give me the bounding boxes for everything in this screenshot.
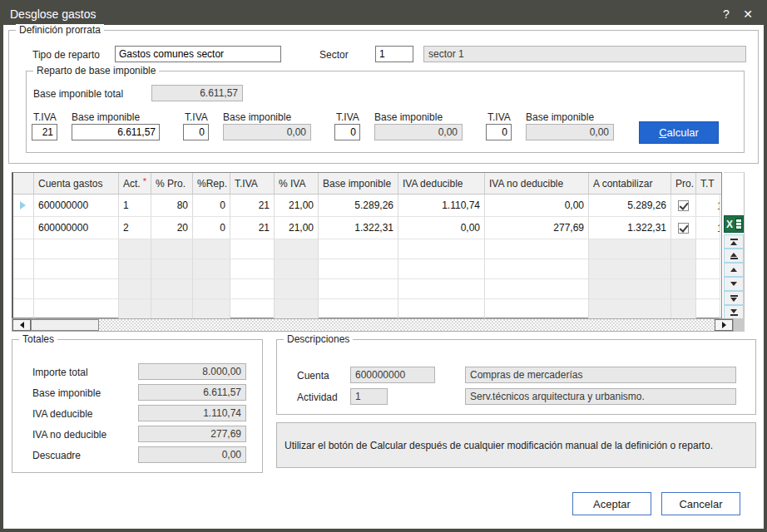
cell-tt[interactable]: 1 xyxy=(696,195,720,217)
cell-tiva[interactable]: 21 xyxy=(230,195,275,217)
descuadre-field: 0,00 xyxy=(138,446,246,463)
group-reparto-legend: Reparto de base imponible xyxy=(33,65,159,76)
iva-deducible-field: 1.110,74 xyxy=(138,405,246,421)
cell-pct-pro[interactable]: 80 xyxy=(151,195,193,217)
grid-header-row: Cuenta gastos Act.* % Pro. %Rep. T.IVA %… xyxy=(13,173,721,195)
last-record-icon xyxy=(730,309,737,313)
tiva-label: T.IVA xyxy=(185,111,208,123)
total-row-importe-total: Importe total 8.000,00 xyxy=(12,363,262,382)
cell-a-contabilizar[interactable]: 1.322,31 xyxy=(589,217,671,239)
tt-clipped-value: 1 xyxy=(717,223,720,233)
total-row-descuadre: Descuadre 0,00 xyxy=(12,446,262,465)
first-record-icon xyxy=(730,239,738,240)
row-selector-cell[interactable] xyxy=(13,217,34,239)
dialog-window: Desglose gastos ? ✕ Definición prorrata … xyxy=(0,0,767,532)
sector-name-field: sector 1 xyxy=(423,46,746,62)
base-imponible-label: Base imponible xyxy=(72,111,140,123)
tipo-reparto-label: Tipo de reparto xyxy=(32,49,100,61)
group-reparto-base-imponible: Reparto de base imponible Base imponible… xyxy=(26,71,745,153)
next-page-icon xyxy=(730,298,737,302)
base-imponible-label: Base imponible xyxy=(374,111,443,123)
cell-iva-deducible[interactable]: 1.110,74 xyxy=(398,195,485,217)
base-imponible-label: Base imponible xyxy=(223,111,291,123)
calcular-hint-note: Utilizar el botón de Calcular después de… xyxy=(276,422,756,468)
cell-act[interactable]: 2 xyxy=(119,217,151,239)
base-imponible-field-2: 0,00 xyxy=(223,124,311,140)
scroll-right-button[interactable] xyxy=(715,319,733,331)
cell-iva-no-deducible[interactable]: 277,69 xyxy=(485,217,589,239)
cell-pct-pro[interactable]: 20 xyxy=(151,217,193,239)
aceptar-button[interactable]: Aceptar xyxy=(572,492,651,515)
prev-page-button[interactable] xyxy=(724,249,744,263)
actividad-description-field: Serv.técnicos arquitectura y urbanismo. xyxy=(465,388,736,405)
title-bar: Desglose gastos ? ✕ xyxy=(0,0,767,25)
grid-header-iva-deducible: IVA deducible xyxy=(398,173,485,194)
tiva-input-2[interactable] xyxy=(183,124,209,140)
sector-code-input[interactable] xyxy=(375,46,413,62)
actividad-code-field: 1 xyxy=(350,388,388,405)
sector-label: Sector xyxy=(319,49,349,61)
cell-pct-iva[interactable]: 21,00 xyxy=(275,217,319,239)
tiva-input-3[interactable] xyxy=(334,124,360,140)
cell-pct-rep[interactable]: 0 xyxy=(193,195,230,217)
horizontal-scrollbar-thumb[interactable] xyxy=(31,319,99,331)
cell-cuenta[interactable]: 600000000 xyxy=(34,217,119,239)
excel-sheet-icon xyxy=(735,218,742,230)
cell-a-contabilizar[interactable]: 5.289,26 xyxy=(589,195,671,217)
close-icon[interactable]: ✕ xyxy=(737,5,759,23)
cell-base-imponible[interactable]: 1.322,31 xyxy=(319,217,398,239)
cell-pct-rep[interactable]: 0 xyxy=(193,217,230,239)
scroll-left-button[interactable] xyxy=(12,319,31,331)
row-selector-cell[interactable] xyxy=(13,195,34,217)
table-row[interactable]: 600000000 1 80 0 21 21,00 5.289,26 1.110… xyxy=(13,195,721,217)
pro-checkbox[interactable] xyxy=(678,223,689,234)
cell-pro-checkbox-wrap xyxy=(671,195,696,217)
base-imponible-field-4: 0,00 xyxy=(526,124,614,140)
empty-grid-row xyxy=(13,259,721,279)
base-imponible-field-3: 0,00 xyxy=(374,124,463,140)
base-imponible-input-1[interactable] xyxy=(72,124,160,140)
export-excel-button[interactable]: X xyxy=(724,215,744,233)
calcular-button[interactable]: Calcular xyxy=(639,121,719,144)
grid-side-toolbar: X xyxy=(724,172,745,318)
cell-base-imponible[interactable]: 5.289,26 xyxy=(319,195,398,217)
first-record-button[interactable] xyxy=(724,234,744,249)
scroll-left-icon xyxy=(20,322,24,328)
iva-deducible-label: IVA deducible xyxy=(32,408,93,420)
cell-tt[interactable]: 1 xyxy=(696,217,720,239)
help-icon[interactable]: ? xyxy=(715,5,737,23)
grid-header-iva-no-deducible: IVA no deducible xyxy=(485,173,589,194)
tiva-input-1[interactable] xyxy=(32,124,57,140)
calcular-button-label: Calcular xyxy=(659,126,699,139)
cancelar-button[interactable]: Cancelar xyxy=(661,492,740,515)
prev-page-icon xyxy=(730,253,737,257)
scroll-right-icon xyxy=(722,322,726,328)
table-row[interactable]: 600000000 2 20 0 21 21,00 1.322,31 0,00 … xyxy=(13,217,721,239)
grid-header-tiva: T.IVA xyxy=(230,173,275,194)
grid-header-pct-pro: % Pro. xyxy=(151,173,193,194)
cell-iva-no-deducible[interactable]: 0,00 xyxy=(485,195,589,217)
cell-pct-iva[interactable]: 21,00 xyxy=(275,195,319,217)
grid-header-a-contabilizar: A contabilizar xyxy=(589,173,671,194)
importe-total-label: Importe total xyxy=(32,367,88,378)
tipo-reparto-input[interactable] xyxy=(115,46,281,62)
descuadre-label: Descuadre xyxy=(32,450,81,461)
cell-tiva[interactable]: 21 xyxy=(230,217,275,239)
horizontal-scrollbar[interactable] xyxy=(12,318,734,332)
last-record-button[interactable] xyxy=(724,305,744,319)
cell-iva-deducible[interactable]: 0,00 xyxy=(398,217,485,239)
importe-total-field: 8.000,00 xyxy=(138,363,246,380)
tiva-input-4[interactable] xyxy=(486,124,512,140)
cell-cuenta[interactable]: 600000000 xyxy=(34,195,119,217)
empty-grid-row xyxy=(13,299,721,319)
tt-clipped-value: 1 xyxy=(717,200,720,210)
next-page-button[interactable] xyxy=(724,291,744,305)
scrollbar-corner xyxy=(734,318,745,332)
prev-record-button[interactable] xyxy=(724,263,744,277)
cell-act[interactable]: 1 xyxy=(119,195,151,217)
total-row-iva-deducible: IVA deducible 1.110,74 xyxy=(12,405,262,423)
next-record-button[interactable] xyxy=(724,277,744,291)
pro-checkbox[interactable] xyxy=(678,200,689,211)
group-descripciones: Descripciones Cuenta 600000000 Compras d… xyxy=(276,339,756,415)
iva-no-deducible-field: 277,69 xyxy=(138,426,246,442)
